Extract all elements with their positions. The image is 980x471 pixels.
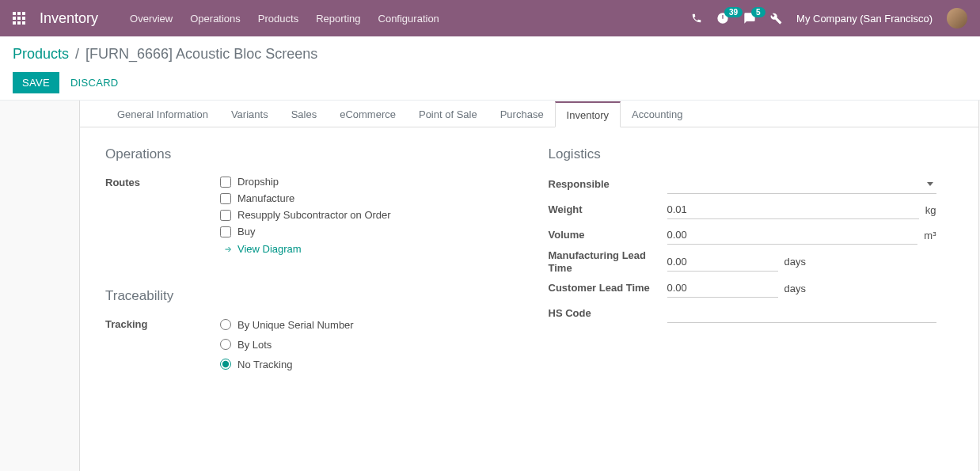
route-label-dropship: Dropship: [237, 176, 279, 188]
svg-rect-2: [22, 12, 25, 15]
tab-inventory[interactable]: Inventory: [555, 101, 621, 127]
weight-label: Weight: [549, 203, 667, 216]
volume-label: Volume: [549, 229, 667, 241]
logistics-title: Logistics: [549, 146, 954, 162]
weight-unit: kg: [925, 204, 936, 216]
tab-ecommerce[interactable]: eCommerce: [328, 101, 408, 127]
breadcrumb-current: [FURN_6666] Acoustic Bloc Screens: [85, 46, 317, 63]
svg-rect-4: [17, 17, 21, 20]
svg-rect-3: [13, 17, 16, 20]
tracking-radio-serial[interactable]: [220, 319, 231, 330]
tab-point-of-sale[interactable]: Point of Sale: [407, 101, 489, 127]
control-panel: Products / [FURN_6666] Acoustic Bloc Scr…: [0, 36, 980, 101]
route-label-buy: Buy: [237, 226, 255, 237]
hs-code-input[interactable]: [667, 304, 936, 323]
settings-icon[interactable]: [770, 13, 782, 25]
cust-lead-input[interactable]: [667, 279, 778, 298]
right-column: Logistics Responsible Weight: [549, 146, 954, 379]
breadcrumb-parent[interactable]: Products: [13, 46, 69, 63]
chevron-down-icon[interactable]: [927, 182, 933, 186]
volume-unit: m³: [924, 230, 936, 241]
svg-rect-7: [17, 21, 21, 25]
svg-rect-8: [22, 21, 25, 25]
operations-title: Operations: [105, 146, 511, 162]
left-column: Operations Routes Dropship Manufa: [105, 146, 511, 379]
cust-lead-unit: days: [784, 283, 806, 294]
view-diagram-text: View Diagram: [237, 243, 302, 255]
nav-right: 39 5 My Company (San Francisco): [691, 8, 967, 28]
routes-label: Routes: [105, 173, 220, 188]
save-button[interactable]: SAVE: [13, 72, 59, 93]
tab-general-information[interactable]: General Information: [105, 101, 220, 127]
form-sheet: General Information Variants Sales eComm…: [79, 101, 979, 471]
weight-input[interactable]: [667, 200, 919, 219]
messages-badge: 5: [751, 7, 765, 17]
company-switcher[interactable]: My Company (San Francisco): [796, 13, 933, 25]
volume-input[interactable]: [667, 226, 918, 245]
tracking-radio-none[interactable]: [220, 359, 231, 370]
app-brand[interactable]: Inventory: [40, 10, 98, 27]
breadcrumb-separator: /: [75, 46, 79, 63]
traceability-title: Traceability: [105, 288, 511, 304]
user-avatar[interactable]: [947, 8, 967, 28]
view-diagram-link[interactable]: View Diagram: [223, 243, 302, 255]
menu-configuration[interactable]: Configuration: [378, 13, 439, 25]
menu-operations[interactable]: Operations: [190, 13, 241, 25]
tracking-label-lots: By Lots: [237, 339, 272, 351]
form-tabs: General Information Variants Sales eComm…: [80, 101, 978, 127]
svg-rect-5: [22, 17, 25, 20]
svg-rect-6: [13, 21, 16, 25]
tab-purchase[interactable]: Purchase: [488, 101, 556, 127]
mfg-lead-input[interactable]: [667, 253, 778, 272]
menu-reporting[interactable]: Reporting: [316, 13, 360, 25]
menu-overview[interactable]: Overview: [130, 13, 173, 25]
arrow-right-icon: [223, 245, 233, 254]
route-checkbox-manufacture[interactable]: [220, 193, 231, 204]
tracking-radio-lots[interactable]: [220, 339, 231, 350]
route-checkbox-resupply[interactable]: [220, 210, 231, 221]
breadcrumb: Products / [FURN_6666] Acoustic Bloc Scr…: [13, 46, 967, 63]
route-checkbox-buy[interactable]: [220, 226, 231, 237]
main-menu: Overview Operations Products Reporting C…: [130, 13, 439, 25]
activities-badge: 39: [724, 7, 743, 17]
tab-accounting[interactable]: Accounting: [620, 101, 694, 127]
mfg-lead-label: Manufacturing Lead Time: [549, 249, 667, 274]
responsible-label: Responsible: [549, 178, 667, 191]
responsible-input[interactable]: [667, 175, 927, 193]
svg-rect-0: [13, 12, 16, 15]
cust-lead-label: Customer Lead Time: [549, 282, 667, 294]
menu-products[interactable]: Products: [258, 13, 298, 25]
tracking-label: Tracking: [105, 315, 220, 330]
hs-code-label: HS Code: [549, 307, 667, 320]
top-navbar: Inventory Overview Operations Products R…: [0, 0, 980, 36]
apps-icon[interactable]: [13, 12, 25, 25]
discard-button[interactable]: DISCARD: [70, 77, 119, 89]
activities-icon[interactable]: 39: [716, 12, 729, 25]
messages-icon[interactable]: 5: [743, 12, 756, 25]
route-label-resupply: Resupply Subcontractor on Order: [237, 209, 391, 221]
route-checkbox-dropship[interactable]: [220, 177, 231, 188]
route-label-manufacture: Manufacture: [237, 192, 294, 204]
tab-sales[interactable]: Sales: [279, 101, 329, 127]
tracking-label-none: No Tracking: [237, 359, 292, 370]
tracking-label-serial: By Unique Serial Number: [237, 319, 354, 331]
tab-variants[interactable]: Variants: [219, 101, 280, 127]
phone-icon[interactable]: [691, 13, 702, 24]
mfg-lead-unit: days: [784, 256, 806, 268]
svg-rect-1: [17, 12, 21, 15]
